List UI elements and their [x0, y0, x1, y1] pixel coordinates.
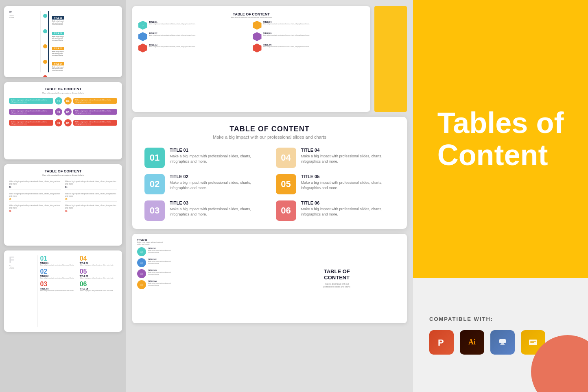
toc-item-title-1: TITLE 01: [170, 148, 264, 152]
toc-num-box-5: 05: [276, 174, 296, 194]
tl-label-3: TITLE 03: [52, 47, 64, 50]
compatible-label: COMPATIBLE WITH:: [429, 316, 572, 322]
pill-1: Make a big impact with professional slid…: [9, 97, 62, 105]
svg-rect-3: [499, 339, 506, 343]
pill-3: Make a big impact with professional slid…: [9, 119, 62, 126]
tl-item-5: TITLE 05 Make a big impactwith professio…: [52, 74, 117, 77]
tl-label-4: TITLE 04: [52, 62, 64, 65]
top-slides-row: TABLE OF CONTENT Make a big impact with …: [132, 6, 407, 112]
main-toc-item-1: 01 TITLE 01 Make a big impact with profe…: [144, 148, 264, 168]
dot-item-2: Make a big impact with professional slid…: [9, 192, 61, 202]
main-toc-item-5: 05 TITLE 05 Make a big impact with profe…: [276, 174, 395, 194]
bignum-2: 02 TITLE 02 Make a big impact with profe…: [40, 268, 77, 279]
slide3-sub: Make a big impact with our professional …: [9, 174, 117, 176]
toc-item-desc-4: Make a big impact with professional slid…: [301, 154, 395, 164]
hex-item-2: TITLE 02 Make a big impact with professi…: [138, 32, 250, 41]
main-toc-item-2: 02 TITLE 02 Make a big impact with profe…: [144, 174, 264, 194]
svg-rect-8: [530, 341, 536, 342]
slide-preview-3[interactable]: TABLE OF CONTENT Make a big impact with …: [4, 164, 122, 246]
toc-num-box-2: 02: [144, 174, 165, 194]
tl-desc-2: Make a big impactwith professionalslides…: [52, 36, 117, 41]
toc-item-title-5: TITLE 05: [301, 174, 395, 179]
bignum-3: 03 TITLE 03 Make a big impact with profe…: [40, 281, 77, 292]
top-left-title: TABLE OF CONTENT: [138, 12, 364, 16]
hex-item-6: TITLE 06 Make a big impact with professi…: [253, 44, 365, 52]
illustrator-icon: Ai: [460, 330, 484, 355]
bottom-icon-list: TITLE 01 Make a big impact with professi…: [137, 239, 268, 318]
slide-preview-1[interactable]: NT t with ournd charts TITLE 01 Make a b…: [4, 6, 122, 77]
hex-desc-2: Make a big impact with professional slid…: [149, 35, 195, 37]
tl-label-2: TITLE 02: [52, 32, 64, 35]
bottom-item-2: ◎ TITLE 02 Make a big impact with profes…: [137, 258, 268, 267]
dot-item-4: Make a big impact with professional slid…: [65, 179, 117, 190]
left-panel: NT t with ournd charts TITLE 01 Make a b…: [0, 0, 126, 392]
top-left-sub: Make a big impact with our professional …: [138, 16, 364, 18]
tl-desc-4: Make a big impactwith professionalslides…: [52, 66, 117, 72]
keynote-icon: [490, 330, 515, 355]
bottom-preview-row: TITLE 01 Make a big impact with professi…: [132, 234, 407, 323]
main-toc-title: TABLE OF CONTENT: [144, 125, 395, 133]
svg-text:P: P: [438, 338, 444, 348]
bignum-5: 05 TITLE 05 Make a big impact with profe…: [80, 268, 117, 279]
svg-rect-5: [500, 344, 505, 345]
pill-6: 06 Make a big impact with professional s…: [64, 119, 118, 126]
bignum-4: 04 TITLE 04 Make a big impact with profe…: [80, 255, 117, 266]
hex-item-3: TITLE 03 Make a big impact with professi…: [138, 44, 250, 52]
bottom-toc-title: TABLE OFCONTENT: [324, 269, 350, 281]
toc-item-title-3: TITLE 03: [170, 200, 264, 205]
toc-item-desc-2: Make a big impact with professional slid…: [170, 180, 264, 190]
main-toc-item-3: 03 TITLE 03 Make a big impact with profe…: [144, 200, 264, 221]
toc-item-title-4: TITLE 04: [301, 148, 395, 152]
slide2-title: TABLE OF CONTENT: [9, 87, 117, 91]
bignum-6: 06 TITLE 06 Make a big impact with profe…: [80, 281, 117, 292]
toc-num-box-4: 04: [276, 148, 296, 168]
main-toc-item-6: 06 TITLE 06 Make a big impact with profe…: [276, 200, 395, 221]
tl-item-4: TITLE 04 Make a big impactwith professio…: [52, 59, 117, 72]
hex-item-1: ⬡ TITLE 01 Make a big impact with profes…: [138, 21, 250, 30]
toc-item-title-6: TITLE 06: [301, 200, 395, 205]
svg-rect-9: [530, 342, 534, 343]
slide-preview-2[interactable]: TABLE OF CONTENT Make a big impact with …: [4, 82, 122, 159]
hex-desc-4: Make a big impact with professional slid…: [263, 23, 310, 25]
main-toc-subtitle: Make a big impact with our professional …: [144, 135, 395, 139]
right-bottom-section: COMPATIBLE WITH: P Ai: [413, 278, 588, 392]
slide1-partial-text: t with ournd charts: [9, 15, 38, 18]
toc-item-desc-3: Make a big impact with professional slid…: [170, 207, 264, 217]
pill-2: Make a big impact with professional slid…: [9, 108, 62, 115]
toc-num-box-1: 01: [144, 148, 165, 168]
tl-desc-3: Make a big impactwith professionalslides…: [52, 51, 117, 57]
bottom-slide-preview[interactable]: TITLE 01 Make a big impact with professi…: [132, 234, 407, 323]
toc-item-desc-5: Make a big impact with professional slid…: [301, 180, 395, 190]
toc-num-box-6: 06: [276, 200, 296, 221]
dot-item-3: Make a big impact with professional slid…: [9, 203, 61, 213]
svg-rect-4: [501, 343, 504, 344]
slide1-partial-title: NT: [9, 11, 38, 13]
slide-preview-4[interactable]: F NT t with ournd charts 01 TITLE 01 Mak…: [4, 250, 122, 332]
right-panel: Tables of Content COMPATIBLE WITH: P Ai: [413, 0, 588, 392]
slide2-sub: Make a big impact with our professional …: [9, 92, 117, 94]
main-toc-grid: 01 TITLE 01 Make a big impact with profe…: [144, 148, 395, 221]
bottom-toc-title-block: TABLE OFCONTENT Make a big impact with o…: [272, 239, 402, 318]
bottom-item-4: ◎ TITLE 04 Make a big impact with profes…: [137, 280, 268, 289]
powerpoint-icon: P: [429, 330, 454, 355]
hex-desc-3: Make a big impact with professional slid…: [149, 46, 195, 48]
tl-label-1: TITLE 01: [52, 16, 64, 20]
hex-item-5: TITLE 05 Make a big impact with professi…: [253, 32, 365, 41]
dot-item-5: Make a big impact with professional slid…: [65, 192, 117, 202]
tl-item-1: TITLE 01 Make a big impactwith professio…: [52, 13, 117, 26]
slide3-title: TABLE OF CONTENT: [9, 169, 117, 173]
main-featured-slide[interactable]: TABLE OF CONTENT Make a big impact with …: [132, 117, 407, 229]
pill-5: 05 Make a big impact with professional s…: [64, 108, 118, 115]
toc-num-box-3: 03: [144, 200, 165, 221]
bottom-item-3: ◎ TITLE 03 Make a big impact with profes…: [137, 269, 268, 278]
main-toc-item-4: 04 TITLE 04 Make a big impact with profe…: [276, 148, 395, 168]
hero-title-line2: Content: [437, 139, 564, 171]
hex-desc-5: Make a big impact with professional slid…: [263, 35, 310, 37]
pill-4: 04 Make a big impact with professional s…: [64, 97, 118, 105]
hex-desc-1: Make a big impact with professional slid…: [149, 23, 195, 25]
bottom-item-1: ◎ TITLE 01 Make a big impact with profes…: [137, 247, 268, 256]
top-slide-hexagon[interactable]: TABLE OF CONTENT Make a big impact with …: [132, 6, 370, 112]
toc-item-desc-1: Make a big impact with professional slid…: [170, 154, 264, 164]
hex-item-4: TITLE 04 Make a big impact with professi…: [253, 21, 365, 30]
bignum-1: 01 TITLE 01 Make a big impact with profe…: [40, 255, 77, 266]
